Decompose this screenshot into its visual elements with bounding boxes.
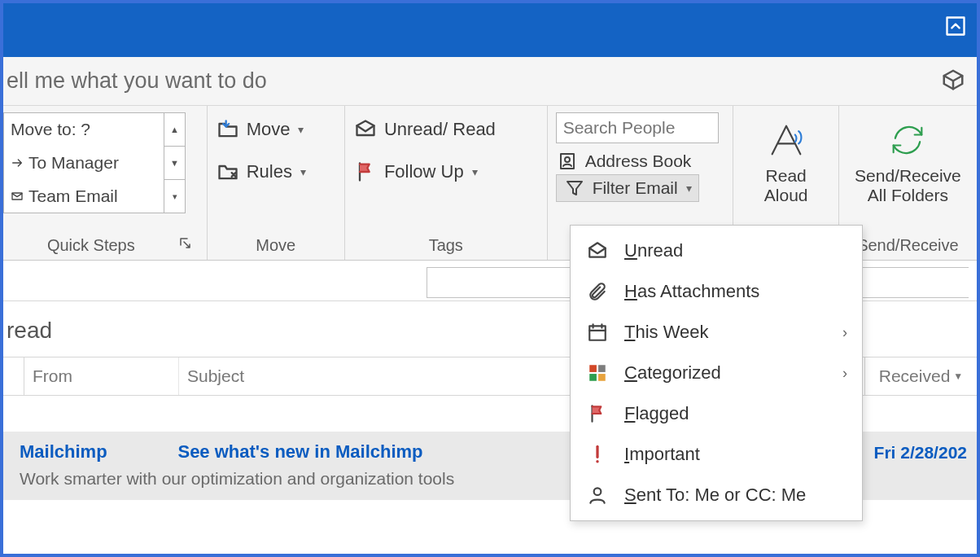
gallery-more-icon[interactable]: ▾ [164,180,185,213]
svg-rect-5 [589,365,597,372]
submenu-chevron-icon: › [842,365,847,382]
flag-icon [353,160,378,184]
read-aloud-icon [763,117,809,163]
group-label: Tags [353,233,539,257]
sync-icon [885,117,930,163]
quick-step-item[interactable]: To Manager [4,147,164,180]
filter-sent-to-me[interactable]: Sent To: Me or CC: Me [571,475,862,515]
quick-step-label: Move to: ? [11,120,90,139]
quick-steps-gallery[interactable]: Move to: ? To Manager Team Email ▲ [3,112,186,213]
read-aloud-line1: Read [764,166,808,186]
title-bar [3,3,977,57]
chevron-down-icon: ▾ [298,123,304,136]
group-label: Send/Receive [857,233,959,257]
envelope-icon [353,117,378,142]
chevron-down-icon: ▾ [472,165,478,178]
svg-point-3 [565,157,570,162]
gallery-down-icon[interactable]: ▼ [164,147,185,180]
dialog-launcher-icon[interactable] [179,237,192,253]
svg-rect-8 [598,374,606,381]
rules-icon [216,160,240,184]
svg-rect-4 [589,326,606,340]
filter-this-week[interactable]: This Week › [571,312,862,353]
quick-step-label: To Manager [28,153,119,173]
follow-up-button[interactable]: Follow Up ▾ [353,160,496,184]
rules-button[interactable]: Rules ▾ [216,160,306,184]
column-from[interactable]: From [24,357,179,395]
group-label: Quick Steps [3,233,179,257]
move-label: Move [247,119,291,140]
message-subject: See what's new in Mailchimp [177,441,422,462]
filter-unread[interactable]: Unread [571,230,862,271]
move-folder-icon [216,117,240,142]
filter-email-label: Filter Email [593,178,678,198]
mail-icon [11,190,24,203]
read-aloud-button[interactable]: Read Aloud [763,117,809,205]
chevron-down-icon: ▾ [686,182,692,195]
filter-email-menu: Unread Has Attachments This Week › Categ… [570,225,863,521]
tell-me-input[interactable]: ell me what you want to do [3,68,267,94]
filter-categorized[interactable]: Categorized › [571,353,862,393]
chevron-down-icon: ▾ [300,165,306,178]
gallery-up-icon[interactable]: ▲ [164,113,185,147]
quick-step-label: Team Email [28,186,118,206]
filter-email-button[interactable]: Filter Email ▾ [556,174,699,202]
message-from: Mailchimp [20,441,174,463]
quick-step-item[interactable]: Team Email [4,179,164,213]
filter-important[interactable]: Important [571,434,862,475]
send-receive-button[interactable]: Send/Receive All Folders [855,117,961,205]
funnel-icon [563,178,586,198]
filter-flagged[interactable]: Flagged [571,393,862,434]
svg-rect-0 [947,18,965,35]
important-icon [585,444,610,465]
search-people-input[interactable] [556,112,719,143]
move-button[interactable]: Move ▾ [216,117,306,142]
flag-icon [585,403,610,424]
tags-group: Unread/ Read Follow Up ▾ Tags [345,106,548,260]
person-icon [585,485,610,506]
rules-label: Rules [247,161,292,182]
move-group: Move ▾ Rules ▾ Move [208,106,345,260]
unread-read-button[interactable]: Unread/ Read [353,117,496,142]
submenu-chevron-icon: › [842,324,847,341]
quick-steps-group: Move to: ? To Manager Team Email ▲ [3,106,208,260]
svg-rect-6 [598,365,606,372]
address-book-button[interactable]: Address Book [556,148,692,174]
envelope-open-icon [585,240,610,261]
follow-up-label: Follow Up [384,161,464,182]
column-received[interactable]: Received ▼ [864,357,977,395]
message-date: Fri 2/28/202 [858,441,967,463]
send-receive-line2: All Folders [855,186,961,205]
svg-rect-7 [589,374,597,381]
addins-icon[interactable] [941,68,965,95]
address-book-icon [556,151,579,171]
read-aloud-line2: Aloud [764,186,808,205]
svg-point-10 [594,488,602,495]
minimize-ribbon-icon[interactable] [944,15,967,37]
column-flag[interactable] [3,357,24,395]
group-label: Move [216,233,336,257]
sort-desc-icon: ▼ [953,371,963,382]
paperclip-icon [585,281,610,302]
forward-icon [11,156,24,169]
svg-point-9 [596,460,598,463]
tell-me-bar: ell me what you want to do [3,57,977,106]
quick-step-item[interactable]: Move to: ? [4,113,164,147]
filter-has-attachments[interactable]: Has Attachments [571,271,862,312]
calendar-icon [585,322,610,343]
send-receive-line1: Send/Receive [855,166,961,186]
outlook-window: ell me what you want to do Move to: ? To… [0,0,980,557]
unread-read-label: Unread/ Read [384,119,496,140]
categories-icon [585,362,610,384]
address-book-label: Address Book [585,151,692,171]
